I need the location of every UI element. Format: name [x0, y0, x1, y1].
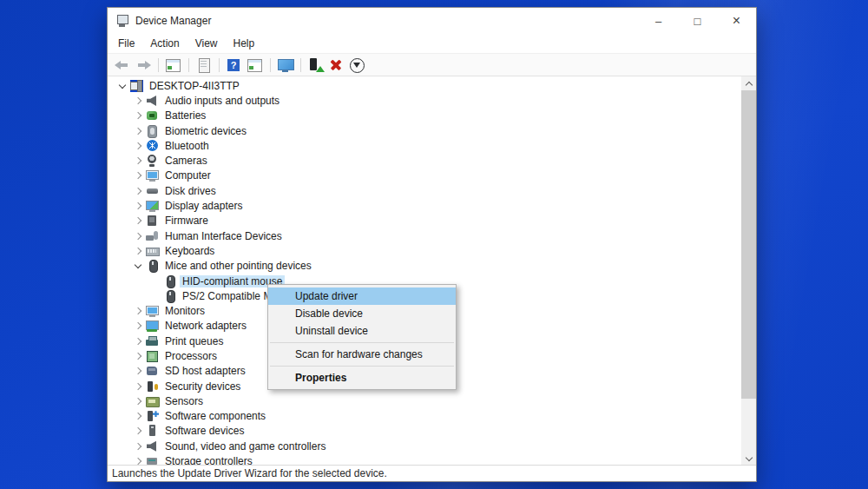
menu-item-scan-hardware-changes[interactable]: Scan for hardware changes	[268, 346, 456, 363]
hid-devices-icon	[146, 230, 159, 242]
chevron-right-icon[interactable]	[132, 335, 144, 347]
firmware-chip-icon	[146, 215, 159, 227]
tree-row-label: Sound, video and game controllers	[162, 440, 328, 453]
close-button[interactable]: ×	[717, 8, 756, 34]
tree-row[interactable]: Sensors	[108, 393, 741, 408]
device-tree: DESKTOP-4II3TTP Audio inputs and outputs…	[108, 78, 741, 465]
toolbar-separator	[300, 58, 301, 72]
toolbar-separator	[270, 58, 271, 72]
chevron-right-icon[interactable]	[132, 109, 144, 122]
menu-view[interactable]: View	[187, 36, 226, 51]
computer-monitor-icon[interactable]	[275, 56, 296, 75]
chevron-right-icon[interactable]	[132, 350, 144, 362]
back-icon[interactable]	[112, 56, 133, 75]
chevron-right-icon[interactable]	[132, 140, 144, 152]
scrollbar-thumb[interactable]	[741, 90, 756, 399]
window-title: Device Manager	[135, 15, 211, 27]
scroll-up-icon[interactable]	[741, 76, 756, 89]
export-list-icon[interactable]	[194, 56, 214, 75]
menu-action[interactable]: Action	[142, 36, 187, 51]
titlebar[interactable]: Device Manager – □ ×	[108, 8, 756, 34]
tree-row-label: Mice and other pointing devices	[162, 260, 314, 272]
tree-row-label: Keyboards	[162, 245, 217, 257]
chevron-right-icon[interactable]	[132, 440, 144, 453]
tree-row[interactable]: Mice and other pointing devices	[108, 259, 741, 274]
menubar: File Action View Help	[108, 34, 756, 53]
tree-row-label: Storage controllers	[162, 455, 255, 465]
tree-row[interactable]: Sound, video and game controllers	[108, 439, 741, 453]
menu-file[interactable]: File	[110, 36, 142, 51]
chevron-right-icon[interactable]	[132, 185, 144, 197]
disk-drive-icon	[146, 185, 159, 197]
mouse-icon	[146, 260, 159, 272]
chevron-right-icon[interactable]	[132, 230, 144, 242]
list-view-icon[interactable]	[245, 56, 266, 75]
tree-row[interactable]: Computer	[108, 169, 741, 183]
chevron-right-icon[interactable]	[132, 305, 144, 317]
tree-row[interactable]: Batteries	[108, 109, 741, 123]
twisty-icon[interactable]	[160, 275, 161, 287]
chevron-right-icon[interactable]	[132, 155, 144, 167]
tree-row-label: Audio inputs and outputs	[162, 95, 282, 107]
chevron-right-icon[interactable]	[132, 425, 144, 437]
menu-separator	[270, 366, 454, 367]
chevron-right-icon[interactable]	[132, 395, 144, 407]
tree-row[interactable]: Keyboards	[108, 243, 741, 258]
chevron-right-icon[interactable]	[132, 169, 144, 182]
tree-row[interactable]: Bluetooth	[108, 138, 741, 153]
chevron-right-icon[interactable]	[132, 215, 144, 227]
uninstall-device-icon[interactable]	[326, 56, 347, 75]
tree-row[interactable]: Disk drives	[108, 183, 741, 198]
help-icon[interactable]	[224, 56, 245, 75]
tree-row[interactable]: Display adapters	[108, 198, 741, 213]
minimize-button[interactable]: –	[639, 8, 678, 34]
chevron-down-icon[interactable]	[132, 260, 144, 272]
chevron-right-icon[interactable]	[132, 380, 144, 393]
device-manager-window: Device Manager – □ × File Action View He…	[107, 7, 757, 482]
sensor-icon	[146, 395, 159, 407]
toolbar-separator	[158, 58, 159, 72]
update-driver-icon[interactable]	[306, 56, 326, 75]
chevron-right-icon[interactable]	[132, 455, 144, 465]
tree-row[interactable]: Software components	[108, 409, 741, 424]
tree-row[interactable]: Software devices	[108, 424, 741, 439]
menu-help[interactable]: Help	[226, 36, 263, 51]
tree-row[interactable]: Audio inputs and outputs	[108, 93, 741, 108]
menu-item-update-driver[interactable]: Update driver	[268, 287, 456, 305]
tree-row-label: Software devices	[162, 425, 247, 437]
tree-row-label: SD host adapters	[162, 365, 248, 377]
tree-row-label: Processors	[162, 350, 220, 362]
chevron-right-icon[interactable]	[132, 410, 144, 422]
show-console-tree-icon[interactable]	[163, 56, 184, 75]
chevron-down-icon[interactable]	[116, 80, 128, 92]
tree-row[interactable]: Biometric devices	[108, 123, 741, 138]
chevron-right-icon[interactable]	[132, 200, 144, 212]
tree-row-label: Cameras	[162, 155, 210, 167]
chevron-right-icon[interactable]	[132, 245, 144, 257]
chevron-right-icon[interactable]	[132, 125, 144, 137]
tree-row[interactable]: Firmware	[108, 214, 741, 228]
chevron-right-icon[interactable]	[132, 95, 144, 107]
tree-row[interactable]: Storage controllers	[108, 453, 741, 465]
tree-row[interactable]: DESKTOP-4II3TTP	[108, 78, 741, 93]
menu-item-disable-device[interactable]: Disable device	[268, 305, 456, 322]
menu-item-uninstall-device[interactable]: Uninstall device	[268, 322, 456, 340]
display-adapter-icon	[146, 200, 159, 212]
scan-hardware-changes-icon[interactable]	[347, 56, 368, 75]
chevron-right-icon[interactable]	[132, 320, 144, 332]
twisty-icon[interactable]	[160, 290, 161, 302]
scroll-down-icon[interactable]	[741, 452, 756, 465]
maximize-button[interactable]: □	[678, 8, 717, 34]
tree-row-label: Bluetooth	[162, 140, 212, 152]
toolbar	[108, 53, 756, 76]
toolbar-separator	[188, 58, 189, 72]
mouse-icon	[163, 275, 176, 287]
printer-icon	[146, 335, 159, 347]
tree-row[interactable]: Human Interface Devices	[108, 228, 741, 243]
menu-item-properties[interactable]: Properties	[268, 369, 456, 387]
chevron-right-icon[interactable]	[132, 365, 144, 377]
forward-icon[interactable]	[133, 56, 154, 75]
tree-row[interactable]: Cameras	[108, 153, 741, 168]
vertical-scrollbar[interactable]	[741, 76, 756, 465]
tree-row-label: Network adapters	[162, 320, 249, 332]
